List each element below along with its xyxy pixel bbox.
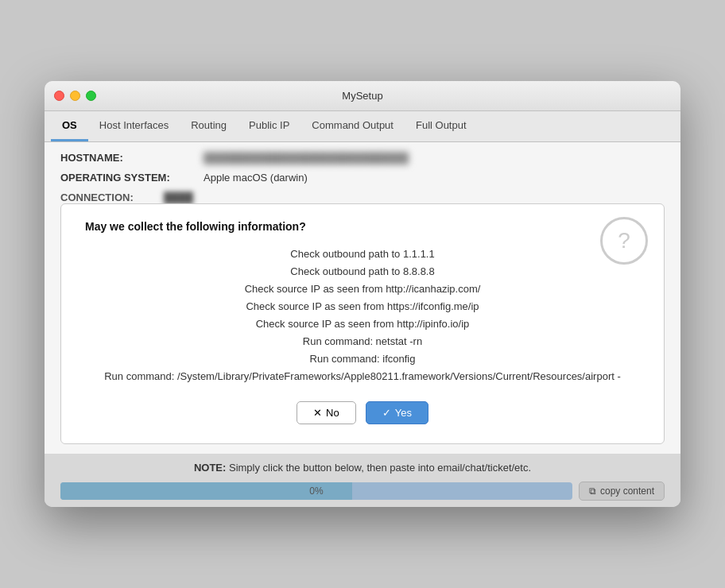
titlebar: MySetup	[45, 81, 680, 111]
bottom-area: NOTE: Simply click the button below, the…	[45, 454, 680, 507]
yes-button[interactable]: ✓ Yes	[366, 401, 428, 424]
tab-public-ip[interactable]: Public IP	[238, 111, 300, 141]
minimize-button[interactable]	[70, 91, 80, 101]
hostname-value: ████████████████████████████	[204, 152, 409, 164]
note-text: Simply click the button below, then past…	[229, 462, 531, 474]
dialog-item-8: Run command: /System/Library/PrivateFram…	[92, 368, 633, 385]
tab-routing[interactable]: Routing	[180, 111, 238, 141]
tab-full-output[interactable]: Full Output	[405, 111, 478, 141]
dialog-items-list: Check outbound path to 1.1.1.1 Check out…	[85, 246, 640, 386]
hostname-row: HOSTNAME: ████████████████████████████	[60, 152, 665, 164]
app-window: MySetup OS Host Interfaces Routing Publi…	[45, 81, 680, 508]
yes-label: Yes	[395, 407, 412, 419]
dialog-question: May we collect the following information…	[85, 220, 640, 233]
hostname-label: HOSTNAME:	[60, 152, 204, 164]
connection-value-partial: ████	[164, 191, 193, 203]
dialog-item-2: Check outbound path to 8.8.8.8	[85, 263, 640, 280]
content-area: HOSTNAME: ████████████████████████████ O…	[45, 142, 680, 455]
no-label: No	[326, 407, 339, 419]
dialog-item-1: Check outbound path to 1.1.1.1	[85, 246, 640, 263]
dialog-item-4: Check source IP as seen from https://ifc…	[85, 298, 640, 315]
permission-dialog: ? May we collect the following informati…	[60, 203, 665, 445]
tab-os[interactable]: OS	[51, 111, 88, 141]
dialog-item-3: Check source IP as seen from http://ican…	[85, 280, 640, 298]
no-icon: ✕	[313, 407, 322, 419]
os-row: OPERATING SYSTEM: Apple macOS (darwin)	[60, 172, 665, 184]
maximize-button[interactable]	[86, 91, 96, 101]
progress-bar-fill	[60, 482, 352, 500]
yes-icon: ✓	[382, 407, 391, 419]
copy-label: copy content	[600, 485, 654, 497]
tab-host-interfaces[interactable]: Host Interfaces	[88, 111, 180, 141]
window-title: MySetup	[342, 90, 382, 102]
window-controls	[54, 91, 96, 101]
progress-label: 0%	[309, 485, 323, 497]
dialog-item-5: Check source IP as seen from http://ipin…	[85, 315, 640, 333]
progress-row: 0% ⧉ copy content	[60, 482, 665, 501]
connection-row-partial: CONNECTION: ████	[60, 191, 665, 203]
note-row: NOTE: Simply click the button below, the…	[60, 462, 665, 474]
copy-icon: ⧉	[589, 485, 596, 497]
no-button[interactable]: ✕ No	[297, 401, 356, 424]
copy-content-button[interactable]: ⧉ copy content	[579, 482, 665, 501]
dialog-item-7: Run command: ifconfig	[85, 350, 640, 368]
dialog-item-6: Run command: netstat -rn	[85, 333, 640, 350]
connection-label-partial: CONNECTION:	[60, 191, 164, 203]
dialog-buttons: ✕ No ✓ Yes	[85, 401, 640, 424]
os-value: Apple macOS (darwin)	[204, 172, 308, 184]
note-prefix: NOTE:	[194, 462, 226, 474]
help-icon: ?	[600, 217, 648, 265]
os-label: OPERATING SYSTEM:	[60, 172, 204, 184]
tab-command-output[interactable]: Command Output	[300, 111, 405, 141]
close-button[interactable]	[54, 91, 64, 101]
progress-bar-wrapper: 0%	[60, 482, 572, 500]
tab-bar: OS Host Interfaces Routing Public IP Com…	[45, 111, 680, 142]
